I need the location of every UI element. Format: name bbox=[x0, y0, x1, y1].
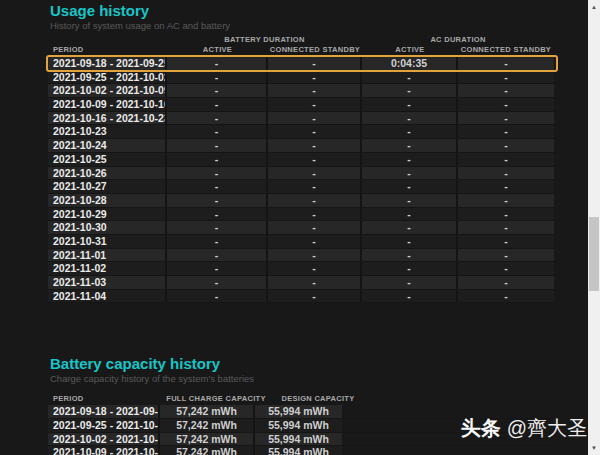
period-column-header: PERIOD bbox=[48, 394, 160, 404]
table-row: 2021-09-25 - 2021-10-02---- bbox=[48, 71, 556, 85]
value-cell: - bbox=[167, 167, 268, 180]
value-cell: - bbox=[167, 139, 268, 152]
value-cell: - bbox=[362, 235, 458, 248]
usage-history-table: 2021-09-18 - 2021-09-25--0:04:35-2021-09… bbox=[48, 57, 556, 303]
watermark: 头条@齊大圣 bbox=[461, 417, 587, 439]
value-cell: - bbox=[362, 262, 458, 275]
value-cell: - bbox=[458, 235, 554, 248]
watermark-brand: 头条 bbox=[461, 417, 501, 439]
value-cell: - bbox=[167, 221, 268, 234]
period-cell: 2021-10-09 - 2021-10-16 bbox=[48, 98, 167, 111]
scroll-up-icon[interactable]: ▲ bbox=[588, 0, 600, 14]
value-cell: 0:04:35 bbox=[362, 57, 458, 70]
table-row: 2021-10-09 - 2021-10-1657,242 mWh55,994 … bbox=[48, 446, 556, 455]
usage-history-subtitle: History of system usage on AC and batter… bbox=[48, 21, 556, 31]
value-cell: - bbox=[458, 249, 554, 262]
value-cell: - bbox=[362, 71, 458, 84]
period-cell: 2021-09-25 - 2021-10-02 bbox=[48, 419, 160, 432]
period-cell: 2021-10-28 bbox=[48, 194, 167, 207]
value-cell: - bbox=[362, 112, 458, 125]
value-cell: - bbox=[458, 167, 554, 180]
value-cell: - bbox=[167, 57, 268, 70]
period-cell: 2021-10-26 bbox=[48, 167, 167, 180]
design-capacity-column-header: DESIGN CAPACITY bbox=[272, 394, 364, 404]
value-cell: - bbox=[362, 221, 458, 234]
value-cell: - bbox=[362, 249, 458, 262]
value-cell: - bbox=[458, 125, 554, 138]
period-cell: 2021-09-18 - 2021-09-25 bbox=[48, 57, 167, 70]
period-column-header: PERIOD bbox=[48, 45, 167, 55]
value-cell: - bbox=[167, 180, 268, 193]
period-cell: 2021-09-18 - 2021-09-25 bbox=[48, 405, 160, 418]
value-cell: - bbox=[362, 194, 458, 207]
value-cell: - bbox=[458, 57, 554, 70]
value-cell: - bbox=[362, 290, 458, 303]
table-row: 2021-11-04---- bbox=[48, 290, 556, 304]
value-cell: - bbox=[167, 276, 268, 289]
value-cell: - bbox=[268, 290, 362, 303]
scrollbar-thumb[interactable] bbox=[589, 217, 599, 291]
value-cell: - bbox=[167, 194, 268, 207]
value-cell: - bbox=[458, 112, 554, 125]
full-charge-capacity-column-header: FULL CHARGE CAPACITY bbox=[160, 394, 272, 404]
battery-active-column-header: ACTIVE bbox=[167, 45, 268, 55]
value-cell: - bbox=[167, 84, 268, 97]
value-cell: 57,242 mWh bbox=[160, 405, 255, 418]
value-cell: - bbox=[268, 167, 362, 180]
value-cell: - bbox=[268, 153, 362, 166]
value-cell: - bbox=[268, 221, 362, 234]
value-cell: - bbox=[268, 84, 362, 97]
table-row: 2021-10-30---- bbox=[48, 221, 556, 235]
value-cell: - bbox=[458, 221, 554, 234]
value-cell: - bbox=[362, 167, 458, 180]
table-row: 2021-10-27---- bbox=[48, 180, 556, 194]
period-cell: 2021-11-01 bbox=[48, 249, 167, 262]
value-cell: - bbox=[362, 139, 458, 152]
capacity-column-header-row: PERIOD FULL CHARGE CAPACITY DESIGN CAPAC… bbox=[48, 394, 556, 404]
battery-capacity-subtitle: Charge capacity history of the system's … bbox=[48, 374, 556, 384]
vertical-scrollbar[interactable]: ▲ ▼ bbox=[588, 0, 600, 455]
period-cell: 2021-10-31 bbox=[48, 235, 167, 248]
value-cell: - bbox=[362, 208, 458, 221]
value-cell: - bbox=[268, 194, 362, 207]
table-row: 2021-10-28---- bbox=[48, 194, 556, 208]
battery-capacity-section: Battery capacity history Charge capacity… bbox=[48, 356, 556, 455]
value-cell: 55,994 mWh bbox=[255, 405, 342, 418]
value-cell: - bbox=[458, 290, 554, 303]
table-row: 2021-11-02---- bbox=[48, 262, 556, 276]
value-cell: - bbox=[362, 153, 458, 166]
ac-active-column-header: ACTIVE bbox=[362, 45, 458, 55]
value-cell: - bbox=[167, 290, 268, 303]
value-cell: 57,242 mWh bbox=[160, 446, 255, 455]
period-cell: 2021-10-24 bbox=[48, 139, 167, 152]
value-cell: - bbox=[167, 125, 268, 138]
value-cell: - bbox=[268, 262, 362, 275]
table-row: 2021-11-01---- bbox=[48, 249, 556, 263]
value-cell: - bbox=[268, 98, 362, 111]
table-row: 2021-10-02 - 2021-10-09---- bbox=[48, 84, 556, 98]
usage-history-section: Usage history History of system usage on… bbox=[48, 0, 556, 303]
usage-history-title: Usage history bbox=[48, 3, 556, 19]
value-cell: - bbox=[458, 153, 554, 166]
value-cell: - bbox=[458, 180, 554, 193]
period-cell: 2021-09-25 - 2021-10-02 bbox=[48, 71, 167, 84]
value-cell: 55,994 mWh bbox=[255, 446, 342, 455]
value-cell: - bbox=[458, 276, 554, 289]
value-cell: - bbox=[268, 208, 362, 221]
period-cell: 2021-10-30 bbox=[48, 221, 167, 234]
value-cell: - bbox=[167, 262, 268, 275]
table-row: 2021-10-24---- bbox=[48, 139, 556, 153]
value-cell: - bbox=[458, 262, 554, 275]
value-cell: - bbox=[167, 112, 268, 125]
period-cell: 2021-10-25 bbox=[48, 153, 167, 166]
battery-standby-column-header: CONNECTED STANDBY bbox=[268, 45, 362, 55]
period-cell: 2021-10-29 bbox=[48, 208, 167, 221]
value-cell: - bbox=[458, 71, 554, 84]
usage-group-header-row: BATTERY DURATION AC DURATION bbox=[48, 35, 556, 44]
table-row: 2021-10-25---- bbox=[48, 153, 556, 167]
scroll-down-icon[interactable]: ▼ bbox=[588, 441, 600, 455]
value-cell: - bbox=[167, 235, 268, 248]
value-cell: 57,242 mWh bbox=[160, 419, 255, 432]
value-cell: - bbox=[362, 180, 458, 193]
watermark-handle: @齊大圣 bbox=[507, 417, 587, 439]
